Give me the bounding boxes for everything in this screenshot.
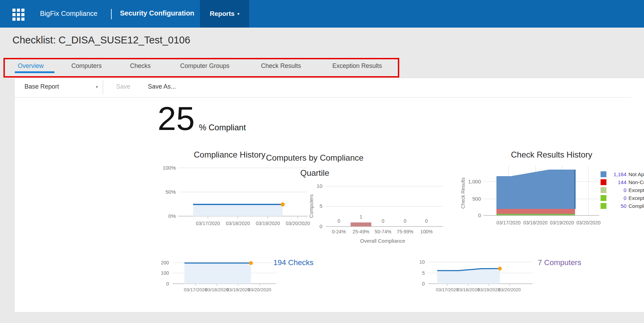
legend-row: 0 Excepted ( (601, 186, 644, 194)
bigfix-compliance-overview-page: { "header": { "app_title": "BigFix Compl… (0, 0, 644, 323)
y-axis-labels: 10 5 0 (316, 183, 322, 229)
svg-text:5: 5 (422, 270, 425, 276)
svg-text:03/18/2020: 03/18/2020 (226, 221, 250, 226)
svg-text:0: 0 (422, 281, 425, 286)
svg-text:100%: 100% (420, 229, 433, 234)
app-title[interactable]: BigFix Compliance (40, 10, 98, 18)
computers-count-link[interactable]: 7 Computers (538, 258, 581, 267)
y-axis-title: Computers (309, 194, 314, 218)
svg-text:03/20/2020: 03/20/2020 (576, 220, 601, 225)
save-button[interactable]: Save (116, 83, 130, 90)
compliance-history-title: Compliance History (194, 150, 265, 160)
svg-text:500: 500 (472, 196, 481, 202)
active-tab-indicator (15, 71, 54, 73)
page-title: Checklist: C_DISA_SUSE12_Test_0106 (12, 34, 190, 46)
legend-label: Non-Comp (628, 179, 644, 185)
svg-text:0: 0 (166, 281, 169, 286)
legend-count[interactable]: 0 (608, 187, 626, 193)
not-applicable-swatch (601, 171, 606, 177)
compliance-percent-label: % Compliant (199, 123, 246, 132)
svg-text:03/17/2020: 03/17/2020 (436, 287, 458, 292)
tab-check-results[interactable]: Check Results (261, 62, 301, 70)
y-axis-labels: 200 100 0 (161, 260, 169, 286)
tab-checks[interactable]: Checks (130, 62, 151, 70)
save-as-button[interactable]: Save As... (148, 83, 176, 90)
legend-label: Compliant (628, 203, 644, 209)
compliant-swatch (601, 203, 606, 209)
legend-count[interactable]: 144 (608, 179, 626, 185)
legend-count[interactable]: 0 (608, 195, 626, 201)
legend-count[interactable]: 50 (608, 203, 626, 209)
svg-text:03/17/2020: 03/17/2020 (184, 287, 207, 292)
svg-text:25-49%: 25-49% (353, 229, 369, 234)
non-compliant-area (496, 209, 575, 214)
tab-overview[interactable]: Overview (18, 62, 43, 70)
latest-point-marker (281, 202, 285, 206)
non-compliant-swatch (601, 179, 606, 185)
x-axis-labels: 03/17/2020 03/18/2020 03/19/2020 03/20/2… (436, 287, 521, 292)
checks-area-fill (184, 263, 251, 284)
legend-row: 0 Excepted ( (601, 194, 644, 202)
svg-text:0: 0 (425, 218, 428, 224)
x-axis-labels: 0-24% 25-49% 50-74% 75-99% 100% (332, 229, 433, 234)
compliance-percent-value: 25 (158, 102, 195, 135)
svg-text:0: 0 (338, 218, 340, 224)
svg-text:03/20/2020: 03/20/2020 (248, 287, 271, 292)
svg-text:50%: 50% (165, 189, 176, 195)
x-axis-title: Overall Compliance (360, 238, 405, 244)
svg-text:03/19/2020: 03/19/2020 (550, 220, 574, 225)
check-results-legend: 1,164 Not Applic 144 Non-Comp 0 Excepted… (601, 170, 644, 210)
checks-count-link[interactable]: 194 Checks (273, 258, 313, 267)
legend-count[interactable]: 1,164 (608, 171, 626, 177)
svg-text:10: 10 (316, 183, 322, 189)
svg-text:10: 10 (419, 259, 425, 265)
svg-text:03/20/2020: 03/20/2020 (498, 287, 521, 292)
svg-text:03/17/2020: 03/17/2020 (196, 221, 220, 226)
svg-text:03/17/2020: 03/17/2020 (496, 220, 521, 225)
svg-text:1,000: 1,000 (468, 179, 481, 184)
legend-label: Excepted ( (628, 187, 644, 193)
svg-text:100%: 100% (163, 165, 176, 171)
legend-label: Excepted ( (628, 195, 644, 201)
compliant-area (496, 214, 575, 215)
svg-text:0: 0 (320, 223, 322, 229)
svg-text:03/20/2020: 03/20/2020 (286, 221, 310, 226)
svg-text:75-99%: 75-99% (397, 229, 413, 234)
svg-text:0: 0 (478, 212, 481, 218)
x-axis-labels: 03/17/2020 03/18/2020 03/19/2020 03/20/2… (196, 221, 310, 226)
toolbar-bottom-divider (15, 97, 631, 98)
svg-text:100: 100 (161, 270, 169, 276)
legend-row: 144 Non-Comp (601, 178, 644, 186)
svg-text:03/18/2020: 03/18/2020 (205, 287, 229, 292)
tab-computer-groups[interactable]: Computer Groups (180, 62, 229, 70)
chevron-down-icon[interactable]: ▾ (96, 84, 98, 89)
computers-trend-chart: 10 5 0 03/17/2020 03/18/2020 03/19/2020 … (400, 257, 538, 298)
section-title: Security Configuration (120, 9, 194, 17)
svg-text:03/19/2020: 03/19/2020 (477, 287, 500, 292)
header-divider (111, 9, 112, 19)
y-axis-labels: 1,000 500 0 (468, 179, 481, 218)
y-axis-title: Check Results (460, 178, 466, 209)
legend-label: Not Applic (628, 171, 644, 177)
app-grid-icon[interactable] (12, 9, 25, 21)
reports-menu[interactable]: Reports ▾ (200, 0, 249, 28)
svg-text:03/19/2020: 03/19/2020 (227, 287, 250, 292)
svg-text:200: 200 (161, 260, 169, 265)
latest-point-marker (249, 261, 253, 265)
svg-text:5: 5 (320, 203, 322, 209)
excepted-nc-swatch (601, 195, 606, 201)
reports-menu-label: Reports (210, 10, 235, 18)
tab-exception-results[interactable]: Exception Results (332, 62, 382, 70)
excepted-na-swatch (601, 187, 606, 193)
svg-text:50-74%: 50-74% (375, 229, 391, 234)
svg-text:0-24%: 0-24% (332, 229, 346, 234)
app-header: BigFix Compliance Security Configuration… (0, 0, 644, 28)
tab-computers[interactable]: Computers (71, 62, 102, 70)
svg-text:0: 0 (404, 218, 406, 224)
y-axis-labels: 10 5 0 (419, 259, 425, 286)
report-selector-dropdown[interactable]: Base Report (24, 83, 59, 90)
svg-text:03/19/2020: 03/19/2020 (256, 221, 280, 226)
bar-value-labels: 0 1 0 0 0 (338, 214, 428, 224)
not-applicable-area (496, 170, 575, 209)
svg-text:0: 0 (382, 218, 384, 224)
